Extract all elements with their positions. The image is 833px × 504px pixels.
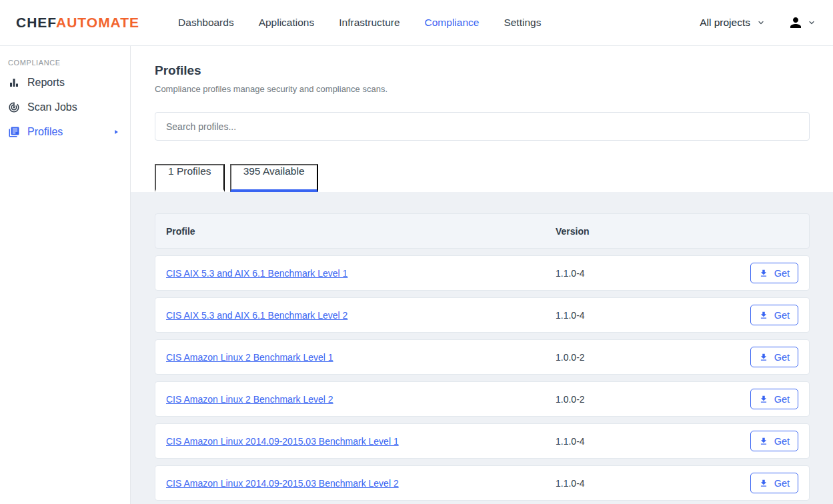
profiles-header-section: Profiles Compliance profiles manage secu… xyxy=(131,46,833,192)
profile-version: 1.1.0-4 xyxy=(556,268,750,279)
download-icon xyxy=(759,269,768,278)
get-button[interactable]: Get xyxy=(750,347,798,367)
profile-link[interactable]: CIS Amazon Linux 2 Benchmark Level 2 xyxy=(166,394,333,405)
profile-link[interactable]: CIS AIX 5.3 and AIX 6.1 Benchmark Level … xyxy=(166,310,347,321)
table-row: CIS AIX 5.3 and AIX 6.1 Benchmark Level … xyxy=(155,255,810,291)
profile-version: 1.0.0-2 xyxy=(556,352,750,363)
get-button[interactable]: Get xyxy=(750,305,798,325)
table-row: CIS Amazon Linux 2 Benchmark Level 1 1.0… xyxy=(155,339,810,375)
profile-link[interactable]: CIS Amazon Linux 2 Benchmark Level 1 xyxy=(166,352,333,363)
topbar-right-controls: All projects xyxy=(700,15,820,31)
profile-version: 1.1.0-4 xyxy=(556,478,750,489)
chevron-down-icon xyxy=(757,19,765,27)
get-button[interactable]: Get xyxy=(750,473,798,493)
bar-chart-icon xyxy=(8,77,20,89)
main-content: Profiles Compliance profiles manage secu… xyxy=(131,46,833,504)
column-header-profile: Profile xyxy=(155,226,556,237)
table-row: CIS Amazon Linux 2 Benchmark Level 2 1.0… xyxy=(155,381,810,417)
table-row: CIS AIX 5.3 and AIX 6.1 Benchmark Level … xyxy=(155,297,810,333)
get-button-label: Get xyxy=(774,478,790,489)
radar-icon xyxy=(8,101,20,113)
profile-link[interactable]: CIS AIX 5.3 and AIX 6.1 Benchmark Level … xyxy=(166,268,347,279)
table-header-row: Profile Version xyxy=(155,213,810,249)
search-input[interactable] xyxy=(155,112,810,141)
table-row: CIS Amazon Linux 2014.09-2015.03 Benchma… xyxy=(155,465,810,501)
download-icon xyxy=(759,353,768,362)
nav-item-settings[interactable]: Settings xyxy=(504,17,541,29)
page-title: Profiles xyxy=(155,63,810,78)
profiles-tabs: 1 Profiles 395 Available xyxy=(155,164,318,192)
library-books-icon xyxy=(8,126,20,138)
sidebar-item-reports[interactable]: Reports xyxy=(0,70,130,95)
primary-nav: Dashboards Applications Infrastructure C… xyxy=(178,17,541,29)
sidebar-item-profiles[interactable]: Profiles xyxy=(0,119,130,144)
get-button-label: Get xyxy=(774,268,790,279)
download-icon xyxy=(759,395,768,404)
chevron-down-icon xyxy=(808,19,816,27)
sidebar-heading: COMPLIANCE xyxy=(8,59,130,67)
nav-item-compliance[interactable]: Compliance xyxy=(425,17,480,29)
sidebar-item-scan-jobs[interactable]: Scan Jobs xyxy=(0,95,130,119)
logo-brand-text: CHEF xyxy=(16,15,56,30)
projects-dropdown-label: All projects xyxy=(700,17,750,29)
profiles-table-section: Profile Version CIS AIX 5.3 and AIX 6.1 … xyxy=(131,192,833,501)
get-button-label: Get xyxy=(774,436,790,447)
profile-version: 1.1.0-4 xyxy=(556,436,750,447)
compliance-sidebar: COMPLIANCE Reports Scan Jobs Profiles xyxy=(0,46,131,504)
sidebar-item-label: Scan Jobs xyxy=(27,101,77,113)
get-button-label: Get xyxy=(774,394,790,405)
logo-product-text: AUTOMATE xyxy=(56,15,139,30)
get-button[interactable]: Get xyxy=(750,431,798,451)
nav-item-dashboards[interactable]: Dashboards xyxy=(178,17,234,29)
page-subtitle: Compliance profiles manage security and … xyxy=(155,84,810,94)
profile-link[interactable]: CIS Amazon Linux 2014.09-2015.03 Benchma… xyxy=(166,436,399,447)
expand-triangle-icon[interactable] xyxy=(113,129,119,135)
get-button-label: Get xyxy=(774,310,790,321)
profile-link[interactable]: CIS Amazon Linux 2014.09-2015.03 Benchma… xyxy=(166,478,399,489)
profile-version: 1.0.0-2 xyxy=(556,394,750,405)
nav-item-infrastructure[interactable]: Infrastructure xyxy=(339,17,399,29)
tab-my-profiles[interactable]: 1 Profiles xyxy=(155,164,225,192)
chef-automate-app: CHEFAUTOMATE Dashboards Applications Inf… xyxy=(0,0,833,504)
nav-item-applications[interactable]: Applications xyxy=(259,17,315,29)
tab-available[interactable]: 395 Available xyxy=(230,164,318,192)
get-button[interactable]: Get xyxy=(750,389,798,409)
chef-automate-logo[interactable]: CHEFAUTOMATE xyxy=(16,15,139,31)
profiles-table-body: CIS AIX 5.3 and AIX 6.1 Benchmark Level … xyxy=(155,255,810,501)
profile-version: 1.1.0-4 xyxy=(556,310,750,321)
sidebar-item-label: Reports xyxy=(27,77,65,89)
user-menu[interactable] xyxy=(788,15,820,31)
person-icon xyxy=(788,15,804,31)
column-header-version: Version xyxy=(556,226,752,237)
top-navigation-bar: CHEFAUTOMATE Dashboards Applications Inf… xyxy=(0,0,833,46)
projects-dropdown[interactable]: All projects xyxy=(700,17,765,29)
table-row: CIS Amazon Linux 2014.09-2015.03 Benchma… xyxy=(155,423,810,459)
sidebar-item-label: Profiles xyxy=(27,126,63,138)
download-icon xyxy=(759,437,768,446)
download-icon xyxy=(759,311,768,320)
get-button-label: Get xyxy=(774,352,790,363)
download-icon xyxy=(759,479,768,488)
get-button[interactable]: Get xyxy=(750,263,798,283)
